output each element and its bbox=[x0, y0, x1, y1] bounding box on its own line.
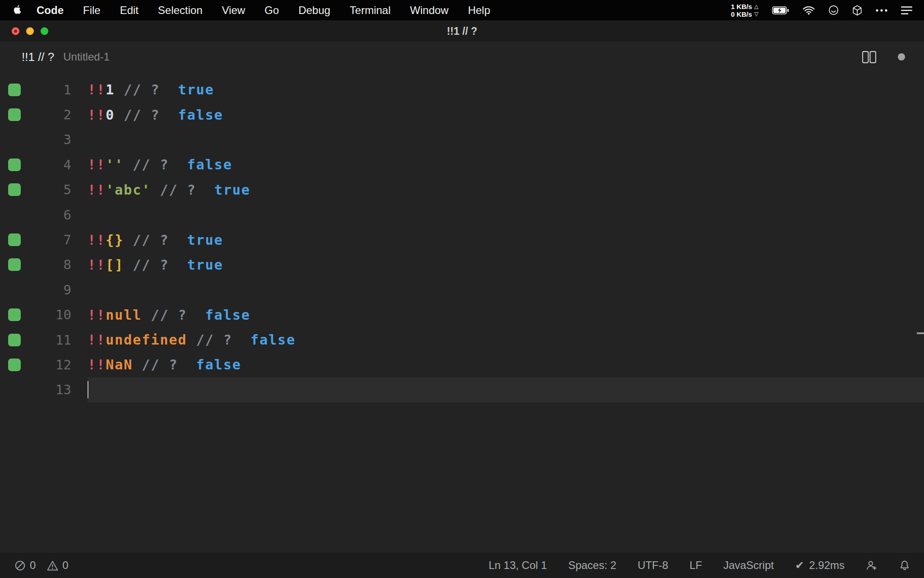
wifi-icon[interactable] bbox=[803, 6, 815, 15]
coverage-marker-empty bbox=[8, 133, 21, 146]
quokka-timing[interactable]: ✔ 2.92ms bbox=[795, 559, 845, 572]
token-operator: !! bbox=[88, 107, 106, 123]
network-up-text: 1 KB/s bbox=[731, 3, 752, 10]
line-number: 2 bbox=[21, 107, 71, 122]
line-code[interactable]: !!null // ? false bbox=[88, 303, 924, 327]
line-code[interactable]: !!NaN // ? false bbox=[88, 352, 924, 377]
token-comment: // ? bbox=[124, 257, 187, 273]
coverage-marker-icon bbox=[8, 84, 21, 96]
code-line-6[interactable]: 6 bbox=[0, 202, 924, 227]
menu-item-help[interactable]: Help bbox=[468, 4, 490, 17]
window-titlebar: !!1 // ? bbox=[0, 20, 924, 42]
statusbar-right: Ln 13, Col 1 Spaces: 2 UTF-8 LF JavaScri… bbox=[489, 559, 910, 572]
menu-item-view[interactable]: View bbox=[222, 4, 245, 17]
scrollbar-marker[interactable] bbox=[917, 332, 924, 334]
account-icon[interactable] bbox=[866, 559, 878, 571]
token-operator: !! bbox=[88, 307, 106, 323]
encoding[interactable]: UTF-8 bbox=[638, 559, 668, 572]
token-operator: !! bbox=[88, 257, 106, 273]
status-circle-icon[interactable] bbox=[828, 5, 839, 15]
line-code[interactable]: !![] // ? true bbox=[88, 252, 924, 277]
text-cursor bbox=[88, 381, 88, 398]
token-operator: !! bbox=[88, 82, 106, 98]
line-code[interactable] bbox=[88, 127, 924, 152]
line-code[interactable] bbox=[88, 202, 924, 227]
code-line-3[interactable]: 3 bbox=[0, 127, 924, 152]
menu-item-terminal[interactable]: Terminal bbox=[350, 4, 391, 17]
eol-sequence[interactable]: LF bbox=[689, 559, 702, 572]
network-speed-indicator[interactable]: 1 KB/s △ 0 KB/s ▽ bbox=[731, 3, 758, 18]
cursor-position[interactable]: Ln 13, Col 1 bbox=[489, 559, 547, 572]
line-code[interactable] bbox=[88, 378, 924, 402]
token-comment: // ? bbox=[151, 182, 214, 198]
menu-item-file[interactable]: File bbox=[83, 4, 101, 17]
token-constant: NaN bbox=[106, 357, 133, 373]
indentation[interactable]: Spaces: 2 bbox=[568, 559, 616, 572]
code-line-4[interactable]: 4!!'' // ? false bbox=[0, 152, 924, 177]
editor-header-actions bbox=[862, 51, 905, 63]
menu-lines-icon[interactable] bbox=[901, 6, 912, 15]
code-line-13[interactable]: 13 bbox=[0, 378, 924, 402]
timing-text: 2.92ms bbox=[809, 559, 845, 572]
coverage-marker-icon bbox=[8, 108, 21, 121]
problems-indicator[interactable]: 0 0 bbox=[14, 559, 69, 572]
code-line-11[interactable]: 11!!undefined // ? false bbox=[0, 327, 924, 352]
line-code[interactable]: !!undefined // ? false bbox=[88, 327, 924, 352]
line-code[interactable]: !!'abc' // ? true bbox=[88, 177, 924, 202]
app-menu-code[interactable]: Code bbox=[37, 4, 64, 17]
menu-item-go[interactable]: Go bbox=[264, 4, 279, 17]
line-code[interactable]: !!0 // ? false bbox=[88, 102, 924, 127]
battery-charging-icon[interactable] bbox=[772, 6, 789, 14]
token-result: true bbox=[187, 232, 223, 248]
code-line-7[interactable]: 7!!{} // ? true bbox=[0, 227, 924, 252]
token-operator: !! bbox=[88, 182, 106, 198]
token-string: '' bbox=[106, 157, 124, 172]
code-lines: 1!!1 // ? true2!!0 // ? false34!!'' // ?… bbox=[0, 77, 924, 402]
unsaved-dot-icon[interactable] bbox=[898, 53, 905, 61]
split-editor-icon[interactable] bbox=[862, 51, 876, 63]
menu-item-debug[interactable]: Debug bbox=[298, 4, 330, 17]
line-number: 13 bbox=[21, 382, 71, 397]
editor-filename: Untitled-1 bbox=[63, 51, 110, 63]
token-constant: undefined bbox=[106, 332, 187, 348]
token-string: 'abc' bbox=[106, 182, 151, 198]
token-comment: // ? bbox=[115, 82, 178, 98]
code-line-8[interactable]: 8!![] // ? true bbox=[0, 252, 924, 277]
code-editor[interactable]: 1!!1 // ? true2!!0 // ? false34!!'' // ?… bbox=[0, 72, 924, 402]
menubar-status-items: 1 KB/s △ 0 KB/s ▽ bbox=[731, 3, 924, 18]
token-comment: // ? bbox=[124, 232, 187, 248]
coverage-marker-empty bbox=[8, 209, 21, 221]
coverage-marker-icon bbox=[8, 183, 21, 196]
line-code[interactable] bbox=[88, 277, 924, 302]
code-line-5[interactable]: 5!!'abc' // ? true bbox=[0, 177, 924, 202]
token-result: false bbox=[196, 357, 241, 373]
menu-item-edit[interactable]: Edit bbox=[120, 4, 139, 17]
token-comment: // ? bbox=[124, 157, 187, 172]
code-line-2[interactable]: 2!!0 // ? false bbox=[0, 102, 924, 127]
menu-item-window[interactable]: Window bbox=[410, 4, 448, 17]
coverage-marker-icon bbox=[8, 233, 21, 246]
ellipsis-icon[interactable] bbox=[876, 9, 887, 12]
code-line-12[interactable]: 12!!NaN // ? false bbox=[0, 352, 924, 377]
line-code[interactable]: !!{} // ? true bbox=[88, 227, 924, 252]
code-line-9[interactable]: 9 bbox=[0, 277, 924, 302]
apple-menu-icon[interactable] bbox=[13, 5, 22, 16]
notifications-bell-icon[interactable] bbox=[899, 559, 910, 571]
coverage-marker-icon bbox=[8, 334, 21, 346]
line-number: 8 bbox=[21, 257, 71, 272]
token-comment: // ? bbox=[115, 107, 178, 123]
code-line-1[interactable]: 1!!1 // ? true bbox=[0, 77, 924, 102]
line-number: 7 bbox=[21, 232, 71, 247]
language-mode[interactable]: JavaScript bbox=[723, 559, 774, 572]
line-code[interactable]: !!1 // ? true bbox=[88, 77, 924, 102]
token-comment: // ? bbox=[142, 307, 205, 323]
token-plain: 1 bbox=[106, 82, 115, 98]
code-line-10[interactable]: 10!!null // ? false bbox=[0, 303, 924, 327]
cube-icon[interactable] bbox=[852, 5, 862, 16]
token-result: false bbox=[187, 157, 232, 172]
warnings-icon bbox=[47, 560, 58, 571]
token-result: true bbox=[178, 82, 214, 98]
menu-item-selection[interactable]: Selection bbox=[158, 4, 203, 17]
line-number: 3 bbox=[21, 132, 71, 147]
line-code[interactable]: !!'' // ? false bbox=[88, 152, 924, 177]
